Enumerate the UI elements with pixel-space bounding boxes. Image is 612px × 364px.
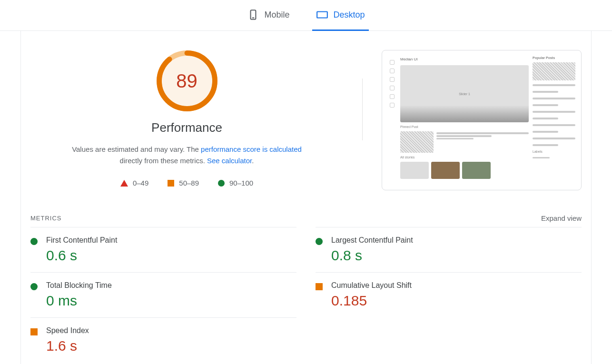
score-panel: 89 Performance Values are estimated and … [30, 50, 343, 190]
circle-icon [316, 238, 323, 245]
tab-desktop-label: Desktop [333, 10, 365, 20]
circle-icon [30, 283, 38, 290]
performance-title: Performance [151, 120, 222, 135]
metric-value: 0.6 s [46, 247, 296, 264]
legend-good: 90–100 [218, 179, 253, 187]
circle-icon [30, 238, 38, 245]
metric-si: Speed Index 1.6 s [30, 317, 296, 363]
tab-desktop[interactable]: Desktop [312, 0, 368, 31]
expand-view-toggle[interactable]: Expand view [541, 214, 582, 222]
circle-icon [218, 180, 225, 187]
metric-name: Total Blocking Time [46, 281, 296, 290]
performance-gauge: 89 [156, 50, 218, 112]
metric-value: 0 ms [46, 293, 296, 309]
see-calculator-link[interactable]: See calculator [207, 157, 252, 165]
desktop-icon [316, 9, 328, 21]
triangle-icon [120, 180, 128, 187]
device-tabs: Mobile Desktop [0, 0, 612, 31]
metric-fcp: First Contentful Paint 0.6 s [30, 227, 296, 272]
vertical-divider [362, 79, 363, 140]
performance-description: Values are estimated and may vary. The p… [68, 144, 306, 167]
screenshot-preview: Median UI Slider 1 Pinned Post All stori… [382, 50, 582, 190]
legend-poor: 0–49 [120, 179, 148, 187]
mobile-icon [247, 9, 259, 21]
metric-name: First Contentful Paint [46, 236, 296, 245]
tab-mobile-label: Mobile [264, 10, 289, 20]
score-calc-link[interactable]: performance score is calculated [201, 145, 302, 153]
performance-score: 89 [156, 50, 218, 112]
tab-mobile[interactable]: Mobile [243, 0, 293, 31]
metric-name: Speed Index [46, 326, 296, 335]
metric-value: 0.8 s [331, 247, 582, 264]
metric-name: Largest Contentful Paint [331, 236, 582, 245]
metric-name: Cumulative Layout Shift [331, 281, 582, 290]
svg-rect-2 [317, 12, 328, 18]
metric-cls: Cumulative Layout Shift 0.185 [316, 272, 582, 317]
metrics-heading: METRICS [30, 215, 62, 222]
metric-tbt: Total Blocking Time 0 ms [30, 272, 296, 317]
metric-value: 0.185 [331, 293, 582, 309]
score-legend: 0–49 50–89 90–100 [120, 179, 253, 187]
square-icon [30, 328, 38, 335]
metric-lcp: Largest Contentful Paint 0.8 s [316, 227, 582, 272]
metric-value: 1.6 s [46, 338, 296, 354]
square-icon [316, 283, 323, 290]
square-icon [168, 180, 174, 187]
legend-avg: 50–89 [168, 179, 199, 187]
